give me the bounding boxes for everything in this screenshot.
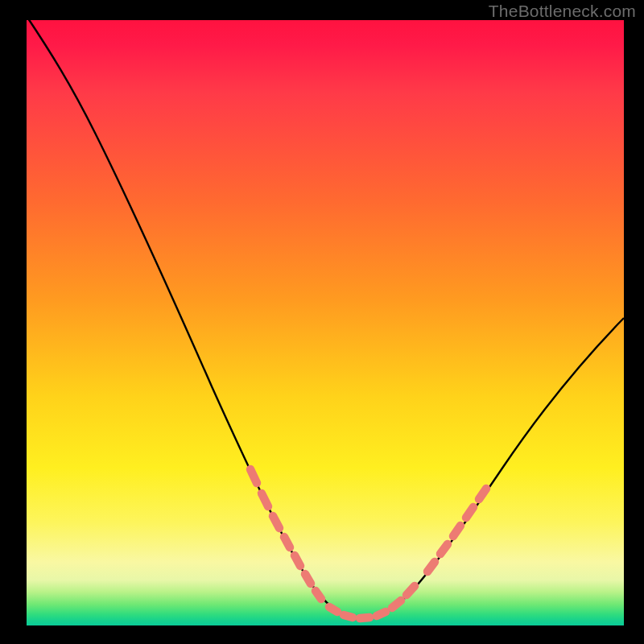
dash-region-valley (329, 586, 415, 618)
svg-line-14 (440, 544, 448, 554)
svg-line-0 (250, 469, 257, 483)
svg-line-4 (295, 555, 300, 566)
bottleneck-curve (27, 20, 624, 625)
svg-line-13 (427, 562, 435, 572)
svg-line-12 (407, 586, 415, 595)
svg-line-16 (466, 507, 473, 518)
svg-line-11 (392, 601, 401, 608)
svg-line-9 (360, 617, 369, 618)
watermark-text: TheBottleneck.com (489, 2, 636, 21)
dash-region-left (250, 469, 321, 599)
curve-path (27, 16, 624, 619)
dash-region-right (427, 489, 486, 572)
svg-line-15 (453, 526, 460, 536)
chart-frame: TheBottleneck.com (0, 0, 644, 644)
svg-line-8 (344, 615, 353, 617)
svg-line-1 (262, 493, 268, 506)
dash-overlay (250, 469, 486, 618)
svg-line-3 (284, 537, 290, 547)
plot-area (27, 20, 624, 625)
svg-line-7 (329, 607, 337, 612)
svg-line-10 (377, 612, 386, 616)
svg-line-17 (479, 489, 486, 499)
svg-line-2 (273, 516, 279, 528)
svg-line-5 (305, 574, 311, 584)
svg-line-6 (316, 591, 321, 599)
